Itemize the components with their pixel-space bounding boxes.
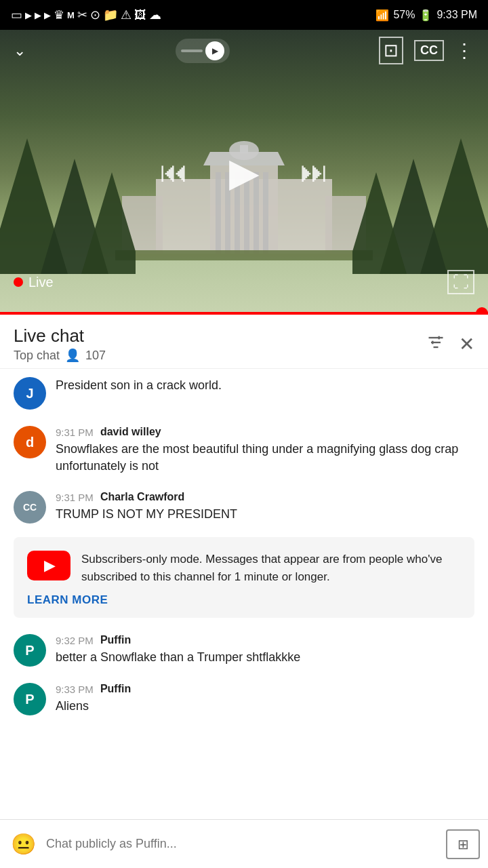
chat-header-left: Live chat Top chat 👤 107 (14, 326, 106, 363)
msg-content-4: 9:32 PM Puffin better a Snowflake than a… (56, 634, 474, 666)
video-bottom-controls: Live ⛶ (0, 270, 488, 294)
battery-icon: 🔋 (419, 9, 432, 22)
notice-text: Subscribers-only mode. Messages that app… (81, 551, 461, 585)
avatar-p2: P (14, 683, 46, 715)
skip-back-button[interactable]: ⏮ (160, 156, 188, 189)
msg-author-5: Puffin (100, 683, 131, 695)
viewer-count: 107 (85, 349, 106, 363)
cast-icon[interactable]: ⊡ (379, 37, 403, 64)
msg-text-4: better a Snowflake than a Trumper shtfla… (56, 649, 474, 666)
msg-content-5: 9:33 PM Puffin Aliens (56, 683, 474, 715)
video-player[interactable]: ⌄ ⊡ CC ⋮ ⏮ ▶ ⏭ Live ⛶ (0, 30, 488, 315)
chat-message-4: P 9:32 PM Puffin better a Snowflake than… (0, 626, 488, 675)
emoji-button[interactable]: 😐 (8, 829, 38, 859)
chat-section: Live chat Top chat 👤 107 ✕ (0, 315, 488, 778)
chat-message-3: CC 9:31 PM Charla Crawford TRUMP IS NOT … (0, 483, 488, 532)
msg-meta-5: 9:33 PM Puffin (56, 683, 474, 695)
trees-right-area (352, 104, 488, 274)
chat-input-bar: 😐 ⊞ (0, 819, 488, 868)
msg-content-1: President son in a crack world. (56, 377, 474, 394)
chat-header-right: ✕ (426, 333, 474, 356)
msg-content-3: 9:31 PM Charla Crawford TRUMP IS NOT MY … (56, 491, 474, 523)
image-icon: 🖼 (134, 8, 146, 22)
avatar-cc: CC (14, 491, 46, 524)
m-icon: M (67, 10, 75, 20)
chat-input-field[interactable] (46, 837, 438, 851)
more-options-icon[interactable]: ⋮ (455, 39, 474, 62)
notification-icon: ▭ (11, 7, 22, 22)
chat-header: Live chat Top chat 👤 107 ✕ (0, 315, 488, 369)
send-icon: ⊞ (458, 836, 469, 852)
learn-more-button[interactable]: LEARN MORE (27, 593, 461, 607)
yt-icon-2: ▶ (35, 10, 41, 20)
video-top-right: ⊡ CC ⋮ (379, 37, 474, 64)
chat-message-2: d 9:31 PM david willey Snowflakes are th… (0, 418, 488, 483)
filter-icon[interactable] (426, 333, 445, 356)
msg-author-2: david willey (100, 426, 161, 438)
yt-icon-1: ▶ (25, 10, 32, 20)
msg-author-4: Puffin (100, 634, 131, 646)
avatar-j: J (14, 377, 46, 410)
subscribers-notice: Subscribers-only mode. Messages that app… (14, 537, 474, 618)
youtube-logo (27, 551, 70, 580)
progress-thumb (476, 307, 488, 315)
notice-top: Subscribers-only mode. Messages that app… (27, 551, 461, 585)
live-badge: Live (14, 275, 54, 290)
fullscreen-button[interactable]: ⛶ (447, 270, 474, 294)
msg-meta-3: 9:31 PM Charla Crawford (56, 491, 474, 503)
play-toggle-dot (205, 41, 224, 60)
send-button[interactable]: ⊞ (446, 829, 480, 859)
status-bar-left: ▭ ▶ ▶ ▶ ♛ M ✂ ⊙ 📁 ⚠ 🖼 ☁ (11, 7, 161, 22)
time-display: 9:33 PM (436, 9, 477, 21)
msg-content-2: 9:31 PM david willey Snowflakes are the … (56, 426, 474, 475)
msg-author-3: Charla Crawford (100, 491, 184, 503)
msg-text-3: TRUMP IS NOT MY PRESIDENT (56, 506, 474, 523)
chat-message-5: P 9:33 PM Puffin Aliens (0, 675, 488, 724)
wifi-icon: 📶 (375, 9, 389, 22)
chat-message-1: J President son in a crack world. (0, 369, 488, 418)
vpn-icon: ⊙ (90, 7, 100, 22)
tools-icon: ✂ (77, 7, 87, 22)
video-progress-bar[interactable] (0, 312, 488, 315)
svg-rect-11 (115, 250, 373, 260)
chat-subtitle: Top chat 👤 107 (14, 348, 106, 363)
live-label: Live (28, 275, 54, 290)
msg-time-3: 9:31 PM (56, 492, 94, 503)
skip-forward-button[interactable]: ⏭ (300, 156, 329, 189)
yt-icon-3: ▶ (44, 10, 51, 20)
play-button[interactable]: ▶ (229, 149, 260, 195)
chevron-down-icon[interactable]: ⌄ (14, 42, 26, 60)
status-bar-right: 📶 57% 🔋 9:33 PM (375, 9, 477, 22)
cloud-icon: ☁ (149, 7, 161, 22)
avatar-d: d (14, 426, 46, 458)
status-bar: ▭ ▶ ▶ ▶ ♛ M ✂ ⊙ 📁 ⚠ 🖼 ☁ 📶 57% 🔋 9:33 PM (0, 0, 488, 30)
chat-messages: J President son in a crack world. d 9:31… (0, 369, 488, 778)
trees-left-area (0, 104, 136, 274)
crown-icon: ♛ (54, 7, 64, 22)
alert-icon: ⚠ (121, 7, 131, 22)
live-dot (14, 277, 23, 287)
close-button[interactable]: ✕ (459, 333, 474, 355)
msg-meta-2: 9:31 PM david willey (56, 426, 474, 438)
play-toggle[interactable] (176, 39, 230, 63)
top-chat-label: Top chat (14, 349, 60, 363)
msg-text-1: President son in a crack world. (56, 377, 474, 394)
person-icon: 👤 (65, 348, 80, 363)
msg-text-2: Snowflakes are the most beautiful thing … (56, 441, 474, 475)
msg-time-5: 9:33 PM (56, 684, 94, 695)
msg-text-5: Aliens (56, 698, 474, 715)
progress-fill (0, 312, 488, 315)
battery-percent: 57% (393, 9, 415, 21)
msg-time-2: 9:31 PM (56, 427, 94, 438)
cc-icon[interactable]: CC (414, 40, 444, 61)
folder-icon: 📁 (103, 7, 118, 22)
video-center-controls: ⏮ ▶ ⏭ (160, 149, 329, 195)
msg-meta-4: 9:32 PM Puffin (56, 634, 474, 646)
avatar-p1: P (14, 634, 46, 667)
video-top-left: ⌄ (14, 42, 26, 60)
video-top-controls: ⌄ ⊡ CC ⋮ (0, 37, 488, 64)
chat-title: Live chat (14, 326, 106, 347)
msg-time-4: 9:32 PM (56, 635, 94, 646)
